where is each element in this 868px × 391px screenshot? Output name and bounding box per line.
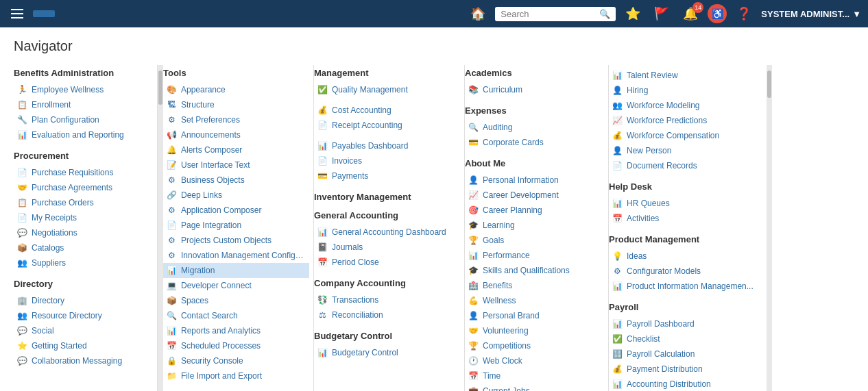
nav-plan-configuration[interactable]: 🔧 Plan Configuration (14, 112, 153, 127)
favorites-icon[interactable]: ⭐ (621, 3, 644, 24)
nav-quality-management[interactable]: ✅ Quality Management (314, 82, 460, 97)
nav-page-integration[interactable]: 📄 Page Integration (163, 218, 309, 233)
search-icon[interactable]: 🔍 (599, 9, 610, 19)
nav-getting-started[interactable]: ⭐ Getting Started (14, 338, 153, 353)
nav-appearance[interactable]: 🎨 Appearance (163, 82, 309, 97)
nav-collaboration-messaging[interactable]: 💬 Collaboration Messaging (14, 353, 153, 368)
user-menu[interactable]: SYSTEM ADMINIST... ▼ (761, 9, 861, 19)
notifications-icon[interactable]: 🔔 14 (679, 3, 702, 24)
personal-info-icon: 👤 (468, 175, 479, 186)
nav-personal-information[interactable]: 👤 Personal Information (465, 173, 604, 188)
nav-goals[interactable]: 🏆 Goals (465, 233, 604, 248)
nav-migration[interactable]: 📊 Migration (163, 263, 309, 278)
nav-purchase-requisitions[interactable]: 📄 Purchase Requisitions (14, 165, 153, 180)
nav-competitions[interactable]: 🏆 Competitions (465, 338, 604, 353)
nav-ideas[interactable]: 💡 Ideas (609, 249, 762, 264)
nav-career-development[interactable]: 📈 Career Development (465, 188, 604, 203)
nav-invoices[interactable]: 📄 Invoices (314, 153, 460, 168)
nav-developer-connect[interactable]: 💻 Developer Connect (163, 278, 309, 293)
nav-cost-accounting[interactable]: 💰 Cost Accounting (314, 103, 460, 118)
ideas-icon: 💡 (612, 251, 623, 262)
nav-gen-accounting-dashboard[interactable]: 📊 General Accounting Dashboard (314, 225, 460, 240)
nav-social[interactable]: 💬 Social (14, 323, 153, 338)
nav-evaluation-reporting[interactable]: 📊 Evaluation and Reporting (14, 127, 153, 142)
nav-volunteering[interactable]: 🤝 Volunteering (465, 323, 604, 338)
nav-payment-distribution[interactable]: 💰 Payment Distribution (609, 362, 762, 377)
nav-period-close[interactable]: 📅 Period Close (314, 255, 460, 270)
nav-reconciliation[interactable]: ⚖ Reconciliation (314, 307, 460, 323)
nav-accounting-distribution[interactable]: 📊 Accounting Distribution (609, 377, 762, 391)
left-scrollbar[interactable] (158, 65, 163, 391)
nav-file-import-export[interactable]: 📁 File Import and Export (163, 368, 309, 383)
home-icon[interactable]: 🏠 (466, 3, 490, 24)
nav-deep-links[interactable]: 🔗 Deep Links (163, 188, 309, 203)
nav-workforce-compensation[interactable]: 💰 Workforce Compensation (609, 128, 762, 143)
nav-resource-directory[interactable]: 👥 Resource Directory (14, 308, 153, 323)
right-scrollbar[interactable] (767, 65, 772, 391)
nav-product-info-mgmt[interactable]: 📊 Product Information Managemen... (609, 279, 762, 294)
nav-skills-qualifications[interactable]: 🎓 Skills and Qualifications (465, 263, 604, 278)
nav-directory[interactable]: 🏢 Directory (14, 293, 153, 308)
nav-transactions[interactable]: 💱 Transactions (314, 292, 460, 307)
nav-current-jobs[interactable]: 💼 Current Jobs (465, 383, 604, 391)
nav-performance[interactable]: 📊 Performance (465, 248, 604, 263)
nav-my-receipts[interactable]: 📄 My Receipts (14, 210, 153, 225)
nav-ui-text[interactable]: 📝 User Interface Text (163, 157, 309, 173)
nav-learning[interactable]: 🎓 Learning (465, 218, 604, 233)
nav-catalogs[interactable]: 📦 Catalogs (14, 240, 153, 255)
nav-personal-brand[interactable]: 👤 Personal Brand (465, 308, 604, 323)
brand-button[interactable] (33, 10, 55, 17)
nav-benefits[interactable]: 🏥 Benefits (465, 278, 604, 293)
nav-reports-analytics[interactable]: 📊 Reports and Analytics (163, 323, 309, 338)
nav-new-person[interactable]: 👤 New Person (609, 143, 762, 158)
nav-spaces[interactable]: 📦 Spaces (163, 293, 309, 308)
nav-innovation-mgmt[interactable]: ⚙ Innovation Management Configu... (163, 248, 309, 263)
nav-payments[interactable]: 💳 Payments (314, 168, 460, 184)
nav-checklist[interactable]: ✅ Checklist (609, 331, 762, 346)
nav-security-console[interactable]: 🔒 Security Console (163, 353, 309, 368)
nav-wellness[interactable]: 💪 Wellness (465, 293, 604, 308)
nav-career-planning[interactable]: 🎯 Career Planning (465, 203, 604, 218)
nav-activities[interactable]: 📅 Activities (609, 211, 762, 226)
workforce-predictions-icon: 📈 (612, 115, 623, 126)
nav-journals[interactable]: 📓 Journals (314, 240, 460, 255)
nav-structure[interactable]: 🏗 Structure (163, 97, 309, 112)
nav-web-clock[interactable]: 🕐 Web Clock (465, 353, 604, 368)
nav-hiring[interactable]: 👤 Hiring (609, 83, 762, 98)
hamburger-menu[interactable] (7, 5, 27, 23)
nav-payroll-dashboard[interactable]: 📊 Payroll Dashboard (609, 316, 762, 331)
nav-alerts-composer[interactable]: 🔔 Alerts Composer (163, 142, 309, 157)
nav-scheduled-processes[interactable]: 📅 Scheduled Processes (163, 338, 309, 353)
nav-hr-queues[interactable]: 📊 HR Queues (609, 196, 762, 211)
nav-payables-dashboard[interactable]: 📊 Payables Dashboard (314, 138, 460, 153)
nav-corporate-cards[interactable]: 💳 Corporate Cards (465, 135, 604, 150)
nav-receipt-accounting[interactable]: 📄 Receipt Accounting (314, 118, 460, 133)
flag-icon[interactable]: 🚩 (650, 3, 673, 24)
nav-payroll-calculation[interactable]: 🔢 Payroll Calculation (609, 346, 762, 362)
nav-configurator-models[interactable]: ⚙ Configurator Models (609, 264, 762, 279)
nav-announcements[interactable]: 📢 Announcements (163, 127, 309, 142)
nav-curriculum[interactable]: 📚 Curriculum (465, 82, 604, 97)
nav-talent-review[interactable]: 📊 Talent Review (609, 68, 762, 83)
nav-purchase-orders[interactable]: 📋 Purchase Orders (14, 195, 153, 210)
nav-suppliers[interactable]: 👥 Suppliers (14, 255, 153, 270)
nav-item-label: Payroll Calculation (627, 349, 695, 359)
nav-document-records[interactable]: 📄 Document Records (609, 158, 762, 173)
search-input[interactable] (501, 9, 596, 19)
nav-app-composer[interactable]: ⚙ Application Composer (163, 203, 309, 218)
nav-enrollment[interactable]: 📋 Enrollment (14, 97, 153, 112)
help-icon[interactable]: ❓ (732, 3, 756, 24)
nav-contact-search[interactable]: 🔍 Contact Search (163, 308, 309, 323)
nav-negotiations[interactable]: 💬 Negotiations (14, 225, 153, 240)
nav-business-objects[interactable]: ⚙ Business Objects (163, 173, 309, 188)
nav-workforce-modeling[interactable]: 👥 Workforce Modeling (609, 98, 762, 113)
nav-employee-wellness[interactable]: 🏃 Employee Wellness (14, 82, 153, 97)
nav-auditing[interactable]: 🔍 Auditing (465, 120, 604, 135)
nav-time[interactable]: 📅 Time (465, 368, 604, 383)
nav-purchase-agreements[interactable]: 🤝 Purchase Agreements (14, 180, 153, 195)
accessibility-icon[interactable]: ♿ (708, 4, 727, 23)
nav-budgetary-control[interactable]: 📊 Budgetary Control (314, 345, 460, 360)
nav-set-preferences[interactable]: ⚙ Set Preferences (163, 112, 309, 127)
nav-projects-custom[interactable]: ⚙ Projects Custom Objects (163, 233, 309, 248)
nav-workforce-predictions[interactable]: 📈 Workforce Predictions (609, 113, 762, 128)
